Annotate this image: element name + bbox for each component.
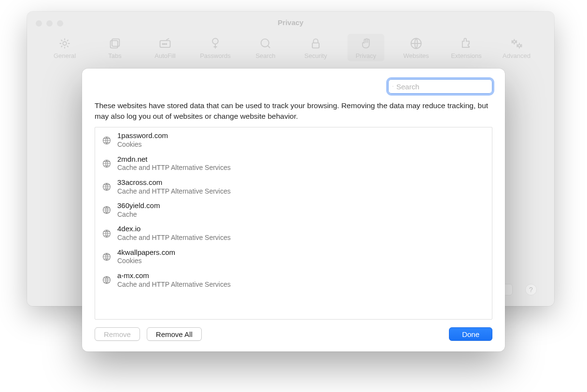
search-field[interactable]	[388, 79, 492, 94]
website-data-dialog: These websites have stored data that can…	[82, 69, 505, 351]
website-detail: Cache and HTTP Alternative Services	[117, 164, 231, 172]
toolbar-tab-label: Websites	[403, 52, 429, 59]
toolbar-tab-search[interactable]: Search	[247, 34, 284, 61]
globe-icon	[102, 252, 112, 262]
gears-icon	[510, 37, 523, 50]
globe-icon	[409, 37, 423, 50]
website-detail: Cache and HTTP Alternative Services	[117, 187, 231, 196]
website-domain: a-mx.com	[117, 271, 231, 280]
website-domain: 360yield.com	[117, 201, 160, 210]
search-input[interactable]	[396, 83, 488, 91]
svg-point-0	[392, 86, 393, 86]
globe-icon	[102, 136, 112, 145]
toolbar-tab-label: Advanced	[503, 52, 531, 59]
globe-icon	[102, 229, 112, 238]
toolbar-tab-websites[interactable]: Websites	[398, 34, 434, 61]
website-detail: Cookies	[117, 140, 168, 149]
toolbar-tab-extensions[interactable]: Extensions	[448, 34, 485, 61]
lock-icon	[309, 37, 322, 50]
website-domain: 33across.com	[117, 178, 231, 187]
website-row[interactable]: 4dex.ioCache and HTTP Alternative Servic…	[95, 222, 492, 245]
dialog-description: These websites have stored data that can…	[95, 100, 492, 121]
puzzle-icon	[460, 37, 473, 50]
preferences-toolbar: GeneralTabsAutoFillPasswordsSearchSecuri…	[27, 34, 554, 61]
toolbar-tab-label: Extensions	[451, 52, 482, 59]
done-button[interactable]: Done	[449, 327, 492, 341]
autofill-icon	[158, 37, 172, 50]
tabs-icon	[108, 37, 122, 50]
website-row[interactable]: 4kwallpapers.comCookies	[95, 245, 492, 268]
gear-icon	[58, 37, 71, 50]
website-domain: 1password.com	[117, 131, 168, 140]
globe-icon	[102, 205, 112, 215]
website-row[interactable]: 2mdn.netCache and HTTP Alternative Servi…	[95, 152, 492, 175]
website-domain: 2mdn.net	[117, 155, 231, 164]
search-icon	[392, 83, 393, 90]
toolbar-tab-tabs[interactable]: Tabs	[97, 34, 133, 61]
website-detail: Cache	[117, 210, 160, 219]
toolbar-tab-general[interactable]: General	[46, 34, 83, 61]
website-detail: Cookies	[117, 257, 175, 266]
toolbar-tab-label: General	[54, 52, 76, 59]
toolbar-tab-security[interactable]: Security	[297, 34, 334, 61]
website-row[interactable]: a-mx.comCache and HTTP Alternative Servi…	[95, 268, 492, 292]
toolbar-tab-label: Passwords	[200, 52, 231, 59]
website-detail: Cache and HTTP Alternative Services	[117, 234, 231, 242]
help-button[interactable]: ?	[525, 284, 537, 295]
website-detail: Cache and HTTP Alternative Services	[117, 280, 231, 289]
toolbar-tab-label: Tabs	[108, 52, 121, 59]
hand-icon	[359, 37, 373, 50]
toolbar-tab-label: Search	[255, 52, 275, 59]
toolbar-tab-passwords[interactable]: Passwords	[197, 34, 234, 61]
remove-all-button[interactable]: Remove All	[147, 327, 202, 341]
globe-icon	[102, 275, 112, 285]
website-row[interactable]: 1password.comCookies	[95, 128, 492, 152]
website-list[interactable]: 1password.comCookies2mdn.netCache and HT…	[95, 127, 492, 320]
toolbar-tab-advanced[interactable]: Advanced	[498, 34, 535, 61]
toolbar-tab-label: Security	[305, 52, 327, 59]
toolbar-tab-autofill[interactable]: AutoFill	[147, 34, 183, 61]
toolbar-tab-privacy[interactable]: Privacy	[348, 34, 384, 61]
remove-button[interactable]: Remove	[95, 327, 140, 341]
website-domain: 4dex.io	[117, 224, 231, 234]
search-icon	[259, 37, 272, 50]
website-domain: 4kwallpapers.com	[117, 248, 175, 257]
website-row[interactable]: 360yield.comCache	[95, 198, 492, 222]
key-icon	[209, 37, 222, 50]
website-row[interactable]: 33across.comCache and HTTP Alternative S…	[95, 175, 492, 198]
toolbar-tab-label: AutoFill	[154, 52, 175, 59]
globe-icon	[102, 182, 112, 192]
toolbar-tab-label: Privacy	[356, 52, 377, 59]
globe-icon	[102, 159, 112, 168]
window-title: Privacy	[27, 18, 554, 27]
